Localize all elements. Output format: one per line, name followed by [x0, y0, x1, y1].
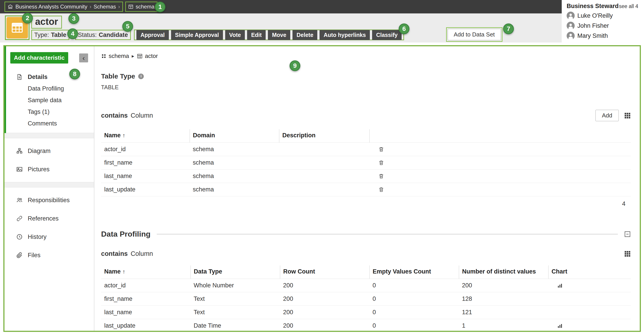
sidebar-toolbar: Add characteristic ‹ [4, 52, 94, 64]
delete-button[interactable]: Delete [292, 30, 317, 40]
type-value: Table [51, 32, 66, 38]
cell-name[interactable]: last_name [101, 170, 190, 183]
sidebar-item-history[interactable]: History [4, 228, 94, 246]
cell-distinct: 1 [459, 319, 548, 331]
column-header-row-count[interactable]: Row Count [280, 266, 370, 279]
edit-button[interactable]: Edit [247, 30, 266, 40]
annotation-callout-6: 6 [399, 24, 410, 34]
approval-button[interactable]: Approval [136, 30, 168, 40]
cell-name[interactable]: first_name [101, 156, 190, 170]
move-button[interactable]: Move [268, 30, 290, 40]
section-tools [624, 250, 631, 257]
bar-chart-icon[interactable] [557, 323, 562, 328]
table-row: last_name Text 200 0 121 [101, 306, 631, 319]
delete-icon[interactable] [378, 146, 384, 152]
column-header-name[interactable]: Name↑ [101, 266, 190, 279]
cell-domain[interactable]: schema [190, 143, 279, 156]
profiling-table: Name↑ Data Type Row Count Empty Values C… [101, 266, 631, 331]
auto-hyperlinks-button[interactable]: Auto hyperlinks [320, 30, 370, 40]
see-all-link[interactable]: see all 4 [619, 3, 638, 10]
table-display-options-icon[interactable] [624, 112, 631, 119]
cell-name[interactable]: last_name [101, 306, 190, 319]
section-tools: Add [596, 110, 631, 121]
breadcrumb-schemas[interactable]: Schemas [94, 4, 116, 10]
person-name: Mary Smith [577, 32, 608, 39]
sidebar-item-data-profiling[interactable]: Data Profiling [4, 83, 94, 94]
collapse-section-icon[interactable] [624, 231, 631, 238]
sidebar-item-label: Pictures [28, 166, 50, 173]
cell-distinct: 128 [459, 292, 548, 306]
details-content: schema ▸ actor Table Type i TABLE contai… [94, 46, 640, 331]
cell-description [279, 183, 370, 196]
sidebar: Add characteristic ‹ Details Data Profil… [4, 46, 94, 331]
steward-person[interactable]: Luke O'Reilly [567, 12, 638, 20]
sidebar-item-details[interactable]: Details [4, 71, 94, 83]
column-header-name[interactable]: Name↑ [101, 129, 190, 143]
vote-button[interactable]: Vote [225, 30, 245, 40]
delete-icon[interactable] [378, 173, 384, 179]
steward-person[interactable]: Mary Smith [567, 32, 638, 40]
simple-approval-button[interactable]: Simple Approval [171, 30, 223, 40]
cell-domain[interactable]: schema [190, 170, 279, 183]
sidebar-item-sample-data[interactable]: Sample data [4, 94, 94, 106]
classify-button[interactable]: Classify [372, 30, 402, 40]
avatar-icon [567, 32, 575, 40]
relation-target-label: Column [130, 250, 153, 258]
column-header-distinct-values[interactable]: Number of distinct values [459, 266, 548, 279]
delete-icon[interactable] [378, 187, 384, 192]
asset-status: Status: Candidate [75, 30, 131, 40]
column-header-empty-values[interactable]: Empty Values Count [370, 266, 459, 279]
crumb-schema[interactable]: schema [109, 52, 129, 60]
asset-type: Type: Table [31, 30, 69, 40]
cell-domain[interactable]: schema [190, 183, 279, 196]
column-header-description[interactable]: Description [279, 129, 370, 143]
breadcrumb-schema-segment: schema [125, 2, 158, 12]
cell-name[interactable]: last_update [101, 183, 190, 196]
cell-domain[interactable]: schema [190, 156, 279, 170]
table-icon [137, 53, 143, 59]
sidebar-item-responsibilities[interactable]: Responsibilities [4, 191, 94, 209]
section-title: Data Profiling [101, 230, 150, 238]
workflow-actions: Approval Simple Approval Vote Edit Move … [134, 30, 404, 40]
cell-empty-count: 0 [370, 306, 459, 319]
sidebar-item-pictures[interactable]: Pictures [4, 160, 94, 178]
sidebar-item-label: Responsibilities [28, 197, 70, 204]
section-divider [157, 234, 618, 234]
cell-name[interactable]: actor_id [101, 279, 190, 292]
steward-person[interactable]: John Fisher [567, 22, 638, 30]
column-header-domain[interactable]: Domain [190, 129, 279, 143]
add-characteristic-button[interactable]: Add characteristic [10, 52, 68, 64]
cell-name[interactable]: actor_id [101, 143, 190, 156]
add-to-dataset-highlight: Add to Data Set [446, 27, 502, 42]
cell-row-count: 200 [280, 292, 370, 306]
collapse-sidebar-button[interactable]: ‹ [79, 54, 88, 62]
sidebar-item-files[interactable]: Files [4, 246, 94, 264]
sidebar-item-tags[interactable]: Tags (1) [4, 106, 94, 118]
cell-name[interactable]: last_update [101, 319, 190, 331]
row-count: 4 [101, 196, 631, 207]
cell-row-count: 200 [280, 279, 370, 292]
add-to-dataset-button[interactable]: Add to Data Set [448, 29, 501, 40]
relation-label: contains [101, 250, 128, 258]
annotation-callout-3: 3 [68, 13, 79, 24]
paperclip-icon [16, 252, 23, 258]
sidebar-item-diagram[interactable]: Diagram [4, 142, 94, 160]
steward-header: Business Steward see all 4 [567, 3, 638, 10]
sidebar-item-label: Data Profiling [28, 85, 64, 92]
cell-name[interactable]: first_name [101, 292, 190, 306]
info-icon[interactable]: i [138, 74, 144, 79]
sidebar-item-references[interactable]: References [4, 209, 94, 228]
add-column-button[interactable]: Add [596, 110, 619, 121]
cell-data-type: Whole Number [190, 279, 280, 292]
table-type-value: TABLE [101, 84, 631, 90]
asset-meta-row: Type: Table Status: Candidate Approval S… [31, 30, 404, 40]
delete-icon[interactable] [378, 160, 384, 166]
column-header-data-type[interactable]: Data Type [190, 266, 280, 279]
table-display-options-icon[interactable] [624, 250, 631, 257]
breadcrumb-schema[interactable]: schema [136, 4, 154, 10]
content-breadcrumb: schema ▸ actor [101, 52, 631, 60]
breadcrumb-community[interactable]: Business Analysts Community [16, 4, 87, 10]
bar-chart-icon[interactable] [557, 283, 562, 288]
annotation-callout-5: 5 [122, 21, 133, 32]
sidebar-item-comments[interactable]: Comments [4, 118, 94, 129]
